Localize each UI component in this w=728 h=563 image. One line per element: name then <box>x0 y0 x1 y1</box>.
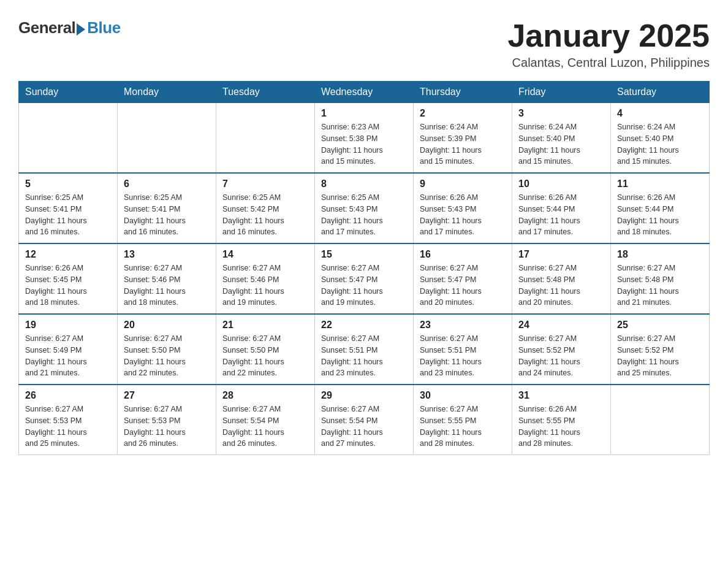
calendar-cell: 12Sunrise: 6:26 AM Sunset: 5:45 PM Dayli… <box>19 243 118 314</box>
day-info: Sunrise: 6:26 AM Sunset: 5:55 PM Dayligh… <box>518 404 604 450</box>
day-info: Sunrise: 6:24 AM Sunset: 5:40 PM Dayligh… <box>518 121 604 167</box>
day-number: 29 <box>321 390 407 401</box>
day-info: Sunrise: 6:27 AM Sunset: 5:49 PM Dayligh… <box>25 333 111 379</box>
day-number: 28 <box>222 390 308 401</box>
day-number: 9 <box>420 178 506 190</box>
calendar-cell <box>19 103 118 174</box>
day-info: Sunrise: 6:27 AM Sunset: 5:53 PM Dayligh… <box>25 404 111 450</box>
day-number: 10 <box>518 178 604 190</box>
month-title: January 2025 <box>507 18 710 53</box>
calendar-cell: 3Sunrise: 6:24 AM Sunset: 5:40 PM Daylig… <box>512 103 611 174</box>
calendar-cell: 2Sunrise: 6:24 AM Sunset: 5:39 PM Daylig… <box>414 103 512 174</box>
day-info: Sunrise: 6:27 AM Sunset: 5:52 PM Dayligh… <box>617 333 703 379</box>
calendar-cell: 21Sunrise: 6:27 AM Sunset: 5:50 PM Dayli… <box>216 314 315 385</box>
day-info: Sunrise: 6:25 AM Sunset: 5:43 PM Dayligh… <box>321 192 407 238</box>
day-info: Sunrise: 6:27 AM Sunset: 5:47 PM Dayligh… <box>420 262 506 308</box>
day-number: 1 <box>321 108 407 119</box>
weekday-header-thursday: Thursday <box>414 82 512 103</box>
day-number: 11 <box>617 178 703 190</box>
day-number: 19 <box>25 320 111 331</box>
day-info: Sunrise: 6:25 AM Sunset: 5:41 PM Dayligh… <box>124 192 210 238</box>
day-info: Sunrise: 6:27 AM Sunset: 5:51 PM Dayligh… <box>321 333 407 379</box>
calendar-week-row: 26Sunrise: 6:27 AM Sunset: 5:53 PM Dayli… <box>19 385 710 455</box>
day-info: Sunrise: 6:27 AM Sunset: 5:48 PM Dayligh… <box>617 262 703 308</box>
weekday-header-wednesday: Wednesday <box>315 82 414 103</box>
calendar-cell: 13Sunrise: 6:27 AM Sunset: 5:46 PM Dayli… <box>118 243 216 314</box>
day-number: 14 <box>222 249 308 260</box>
day-info: Sunrise: 6:23 AM Sunset: 5:38 PM Dayligh… <box>321 121 407 167</box>
calendar-cell: 6Sunrise: 6:25 AM Sunset: 5:41 PM Daylig… <box>118 173 216 243</box>
calendar-cell: 31Sunrise: 6:26 AM Sunset: 5:55 PM Dayli… <box>512 385 611 455</box>
calendar-cell: 22Sunrise: 6:27 AM Sunset: 5:51 PM Dayli… <box>315 314 414 385</box>
day-info: Sunrise: 6:27 AM Sunset: 5:55 PM Dayligh… <box>420 404 506 450</box>
day-number: 18 <box>617 249 703 260</box>
day-info: Sunrise: 6:26 AM Sunset: 5:43 PM Dayligh… <box>420 192 506 238</box>
calendar-table: SundayMondayTuesdayWednesdayThursdayFrid… <box>18 81 710 455</box>
day-info: Sunrise: 6:26 AM Sunset: 5:44 PM Dayligh… <box>617 192 703 238</box>
calendar-cell: 26Sunrise: 6:27 AM Sunset: 5:53 PM Dayli… <box>19 385 118 455</box>
calendar-cell: 4Sunrise: 6:24 AM Sunset: 5:40 PM Daylig… <box>611 103 710 174</box>
day-number: 20 <box>124 320 210 331</box>
location-title: Calantas, Central Luzon, Philippines <box>507 56 710 70</box>
day-info: Sunrise: 6:24 AM Sunset: 5:40 PM Dayligh… <box>617 121 703 167</box>
calendar-cell: 25Sunrise: 6:27 AM Sunset: 5:52 PM Dayli… <box>611 314 710 385</box>
calendar-cell: 8Sunrise: 6:25 AM Sunset: 5:43 PM Daylig… <box>315 173 414 243</box>
header-right: January 2025 Calantas, Central Luzon, Ph… <box>507 18 710 70</box>
day-number: 13 <box>124 249 210 260</box>
calendar-cell: 15Sunrise: 6:27 AM Sunset: 5:47 PM Dayli… <box>315 243 414 314</box>
day-number: 21 <box>222 320 308 331</box>
calendar-cell: 23Sunrise: 6:27 AM Sunset: 5:51 PM Dayli… <box>414 314 512 385</box>
day-number: 26 <box>25 390 111 401</box>
day-number: 30 <box>420 390 506 401</box>
day-number: 25 <box>617 320 703 331</box>
day-number: 23 <box>420 320 506 331</box>
calendar-cell: 17Sunrise: 6:27 AM Sunset: 5:48 PM Dayli… <box>512 243 611 314</box>
calendar-cell: 1Sunrise: 6:23 AM Sunset: 5:38 PM Daylig… <box>315 103 414 174</box>
calendar-cell: 19Sunrise: 6:27 AM Sunset: 5:49 PM Dayli… <box>19 314 118 385</box>
logo-blue-text: Blue <box>87 18 120 37</box>
day-number: 4 <box>617 108 703 119</box>
day-number: 2 <box>420 108 506 119</box>
day-info: Sunrise: 6:27 AM Sunset: 5:50 PM Dayligh… <box>222 333 308 379</box>
weekday-header-sunday: Sunday <box>19 82 118 103</box>
calendar-cell: 14Sunrise: 6:27 AM Sunset: 5:46 PM Dayli… <box>216 243 315 314</box>
day-number: 8 <box>321 178 407 190</box>
calendar-cell: 29Sunrise: 6:27 AM Sunset: 5:54 PM Dayli… <box>315 385 414 455</box>
calendar-cell: 5Sunrise: 6:25 AM Sunset: 5:41 PM Daylig… <box>19 173 118 243</box>
logo-arrow-icon <box>77 23 85 36</box>
day-number: 15 <box>321 249 407 260</box>
calendar-cell: 30Sunrise: 6:27 AM Sunset: 5:55 PM Dayli… <box>414 385 512 455</box>
calendar-cell: 11Sunrise: 6:26 AM Sunset: 5:44 PM Dayli… <box>611 173 710 243</box>
day-number: 5 <box>25 178 111 190</box>
calendar-cell: 20Sunrise: 6:27 AM Sunset: 5:50 PM Dayli… <box>118 314 216 385</box>
weekday-header-friday: Friday <box>512 82 611 103</box>
day-number: 22 <box>321 320 407 331</box>
day-info: Sunrise: 6:27 AM Sunset: 5:51 PM Dayligh… <box>420 333 506 379</box>
day-number: 27 <box>124 390 210 401</box>
weekday-header-tuesday: Tuesday <box>216 82 315 103</box>
day-info: Sunrise: 6:25 AM Sunset: 5:42 PM Dayligh… <box>222 192 308 238</box>
weekday-header-saturday: Saturday <box>611 82 710 103</box>
day-number: 17 <box>518 249 604 260</box>
logo-general-text: General <box>18 18 75 37</box>
day-number: 12 <box>25 249 111 260</box>
day-info: Sunrise: 6:27 AM Sunset: 5:47 PM Dayligh… <box>321 262 407 308</box>
calendar-cell: 16Sunrise: 6:27 AM Sunset: 5:47 PM Dayli… <box>414 243 512 314</box>
calendar-cell: 7Sunrise: 6:25 AM Sunset: 5:42 PM Daylig… <box>216 173 315 243</box>
logo: General Blue <box>18 18 121 37</box>
page-header: General Blue January 2025 Calantas, Cent… <box>18 18 710 70</box>
day-info: Sunrise: 6:25 AM Sunset: 5:41 PM Dayligh… <box>25 192 111 238</box>
day-number: 7 <box>222 178 308 190</box>
calendar-cell: 24Sunrise: 6:27 AM Sunset: 5:52 PM Dayli… <box>512 314 611 385</box>
day-info: Sunrise: 6:27 AM Sunset: 5:54 PM Dayligh… <box>222 404 308 450</box>
day-number: 24 <box>518 320 604 331</box>
weekday-header-monday: Monday <box>118 82 216 103</box>
calendar-cell: 28Sunrise: 6:27 AM Sunset: 5:54 PM Dayli… <box>216 385 315 455</box>
day-info: Sunrise: 6:27 AM Sunset: 5:46 PM Dayligh… <box>124 262 210 308</box>
calendar-week-row: 1Sunrise: 6:23 AM Sunset: 5:38 PM Daylig… <box>19 103 710 174</box>
day-info: Sunrise: 6:27 AM Sunset: 5:52 PM Dayligh… <box>518 333 604 379</box>
day-info: Sunrise: 6:26 AM Sunset: 5:44 PM Dayligh… <box>518 192 604 238</box>
day-info: Sunrise: 6:27 AM Sunset: 5:46 PM Dayligh… <box>222 262 308 308</box>
calendar-week-row: 12Sunrise: 6:26 AM Sunset: 5:45 PM Dayli… <box>19 243 710 314</box>
calendar-header-row: SundayMondayTuesdayWednesdayThursdayFrid… <box>19 82 710 103</box>
